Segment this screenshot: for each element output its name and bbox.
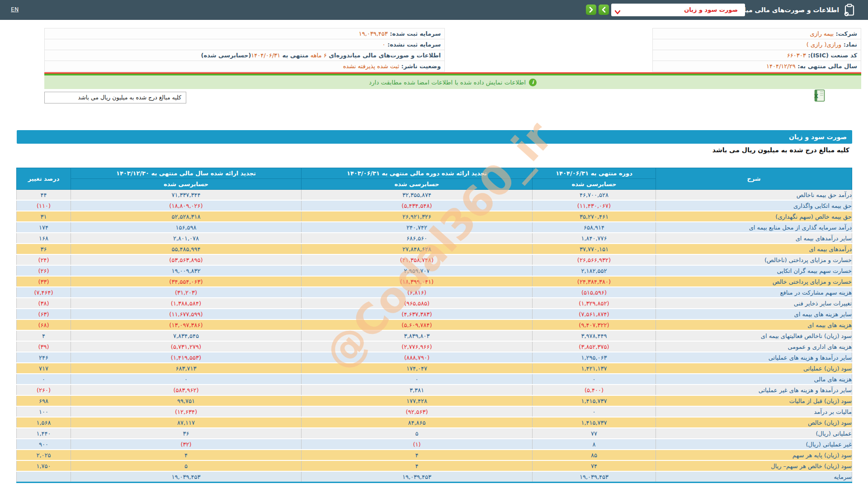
next-button[interactable]: [586, 5, 596, 15]
table-row: تغییرات سایر ذخایر فنی(۱,۳۲۹,۸۵۲)(۹۶۵,۵۸…: [17, 298, 852, 309]
row-label: سود (زیان) خالص هر سهم– ریال: [656, 460, 852, 471]
cell-value: ۱,۵۶۸: [17, 417, 71, 428]
info-value: ۶۶۰۳۰۳: [787, 52, 806, 59]
cell-value: ۱۹,۰۰۹,۸۳۲: [71, 265, 302, 276]
info-label: سرمایه ثبت نشده:: [385, 41, 441, 48]
row-label: هزینه های مالی: [656, 374, 852, 385]
cell-value: (۲۶): [17, 265, 71, 276]
cell-value: ۳۵,۲۷۰,۴۶۱: [533, 211, 656, 222]
cell-value: (۳۱,۲۰۳): [71, 287, 302, 298]
language-en-link[interactable]: EN: [11, 6, 19, 13]
section-unit-note: کلیه مبالغ درج شده به میلیون ریال می باش…: [17, 145, 852, 155]
cell-value: ۴: [17, 330, 71, 341]
cell-value: (۸۸۸,۷۹۰): [302, 352, 533, 363]
cell-value: ۰: [302, 374, 533, 385]
table-row: سرمایه۱۹,۰۳۹,۴۵۳۱۹,۰۳۹,۴۵۳۱۹,۰۳۹,۴۵۳: [17, 471, 852, 483]
row-label: عملیاتی (ریال): [656, 428, 852, 439]
cell-value: ۲,۱۸۲,۵۵۲: [533, 265, 656, 276]
row-label: هزینه سهم مشارکت در منافع: [656, 287, 852, 298]
statement-table-wrap: شرح دوره منتهی به ۱۴۰۴/۰۶/۳۱ تجدید ارائه…: [17, 168, 852, 483]
cell-value: (۲,۷۷۶,۹۶۶): [302, 341, 533, 352]
header-audited-3: حسابرسی شده: [71, 179, 302, 190]
info-row: کد صنعت (ISIC): ۶۶۰۳۰۳: [652, 50, 861, 61]
cell-value: ۰: [533, 406, 656, 417]
row-label: سود (زیان) ناخالص فعالیتهای بیمه ای: [656, 330, 852, 341]
clipboard-check-icon: [844, 4, 855, 16]
info-label: منتهی به: [280, 52, 311, 59]
cell-value: ۳,۹۷۸,۴۴۹: [533, 330, 656, 341]
cell-value: ۱۷۴,۰۴۷: [302, 363, 533, 374]
cell-value: (۴,۶۳۷,۳۸۳): [302, 309, 533, 319]
cell-value: ۱۰۰: [17, 406, 71, 417]
cell-value: ۴: [71, 450, 302, 460]
section-title-bar: صورت سود و زیان: [17, 130, 852, 144]
cell-value: (۱۲,۶۳۴): [71, 406, 302, 417]
cell-value: (۱,۳۲۹,۸۵۲): [533, 298, 656, 309]
cell-value: ۷۱۷: [17, 363, 71, 374]
cell-value: (۲۶۰): [17, 385, 71, 395]
cell-value: ۷۷: [533, 428, 656, 439]
cell-value: ۹۹,۷۵۱: [71, 395, 302, 406]
cell-value: ۰: [533, 374, 656, 385]
info-row: سال مالی منتهی به: ۱۴۰۴/۱۲/۲۹: [652, 61, 861, 72]
excel-download-icon[interactable]: X: [814, 89, 826, 102]
table-row: هزینه های مالی۰۰۰۰: [17, 374, 852, 385]
cell-value: ۳۶: [17, 244, 71, 254]
cell-value: ۳۱: [17, 211, 71, 222]
cell-value: (۱۱,۴۳۰,۰۶۷): [533, 200, 656, 211]
chevron-down-icon: [616, 8, 620, 12]
table-row: هزینه سهم مشارکت در منافع(۵۱۵,۵۹۶)(۶,۸۱۶…: [17, 287, 852, 298]
cell-value: (۷,۴۶۴): [17, 287, 71, 298]
cell-value: (۵۱۵,۵۹۶): [533, 287, 656, 298]
cell-value: (۵,۶۰۹,۷۸۴): [302, 319, 533, 330]
cell-value: ۶۸۶,۵۶۰: [302, 233, 533, 244]
header-desc: شرح: [656, 168, 852, 190]
cell-value: ۴۴: [17, 190, 71, 201]
cell-value: ۳۲,۳۵۵,۸۷۴: [302, 190, 533, 201]
cell-value: (۲۶,۵۶۶,۹۳۲): [533, 254, 656, 265]
cell-value: ۳۶: [71, 428, 302, 439]
report-type-dropdown[interactable]: صورت سود و زیان: [611, 4, 745, 16]
cell-value: ۱۷۷,۴۲۸: [302, 395, 533, 406]
cell-value: ۱۹,۰۳۹,۴۵۳: [302, 471, 533, 483]
row-label: درآمد حق بیمه ناخالص: [656, 190, 852, 201]
table-row: سود (زیان) پایه هر سهم۸۵۴۴۲,۰۲۵: [17, 450, 852, 460]
cell-value: ۱,۴۴۰: [17, 428, 71, 439]
period-nav-buttons: [586, 5, 609, 15]
table-row: خسارت سهم بیمه گران اتکایی۲,۱۸۲,۵۵۲۲,۹۵۹…: [17, 265, 852, 276]
cell-value: ۵۲,۵۲۸,۳۱۸: [71, 211, 302, 222]
cell-value: ۵۵,۴۸۵,۹۹۴: [71, 244, 302, 254]
cell-value: ۱,۴۲۱,۱۳۷: [533, 363, 656, 374]
cell-value: ۸۴,۸۶۵: [302, 417, 533, 428]
cell-value: (۹۲,۵۶۳): [302, 406, 533, 417]
table-header: شرح دوره منتهی به ۱۴۰۴/۰۶/۳۱ تجدید ارائه…: [17, 168, 852, 190]
cell-value: (۲۴,۳۸۴,۳۸۰): [533, 276, 656, 287]
unit-note-box: کلیه مبالغ درج شده به میلیون ریال می باش…: [44, 92, 186, 103]
cell-value: ۱,۷۵۰: [17, 460, 71, 471]
cell-value: ۳,۸۳۹,۸۰۳: [302, 330, 533, 341]
cell-value: (۱۱۰): [17, 200, 71, 211]
cell-value: (۲۱,۳۵۸,۷۴۸): [302, 254, 533, 265]
table-row: سایر درآمدها و هزینه های عملیاتی۱,۲۹۵,۰۶…: [17, 352, 852, 363]
cell-value: ۲۴۶: [17, 352, 71, 363]
header-current-period: دوره منتهی به ۱۴۰۴/۰۶/۳۱: [533, 168, 656, 179]
table-row: سود (زیان) عملیاتی۱,۴۲۱,۱۳۷۱۷۴,۰۴۷۶۸۳,۷۱…: [17, 363, 852, 374]
info-icon: i: [529, 79, 537, 86]
company-info-left: سرمایه ثبت شده: ۱۹,۰۳۹,۴۵۳سرمایه ثبت نشد…: [44, 28, 445, 72]
signed-data-alert: i اطلاعات نمایش داده شده با اطلاعات امضا…: [44, 74, 861, 89]
cell-value: ۱۵۶,۵۹۸: [71, 222, 302, 233]
cell-value: ۹۰۰: [17, 439, 71, 450]
row-label: تغییرات سایر ذخایر فنی: [656, 298, 852, 309]
info-row: وضعیت ناشر: ثبت شده پذیرفته نشده: [44, 61, 445, 72]
row-label: سود (زیان) پایه هر سهم: [656, 450, 852, 460]
row-label: هزینه های اداری و عمومی: [656, 341, 852, 352]
cell-value: ۴: [302, 460, 533, 471]
cell-value: (۶۸): [17, 319, 71, 330]
row-label: مالیات بر درآمد: [656, 406, 852, 417]
cell-value: (۳۹): [17, 341, 71, 352]
cell-value: ۱۷۴: [17, 222, 71, 233]
prev-button[interactable]: [599, 5, 609, 15]
svg-text:X: X: [814, 93, 819, 99]
cell-value: (۵۳,۵۶۳,۸۹۵): [71, 254, 302, 265]
table-row: هزینه های بیمه ای(۹,۴۰۷,۳۲۲)(۵,۶۰۹,۷۸۴)(…: [17, 319, 852, 330]
